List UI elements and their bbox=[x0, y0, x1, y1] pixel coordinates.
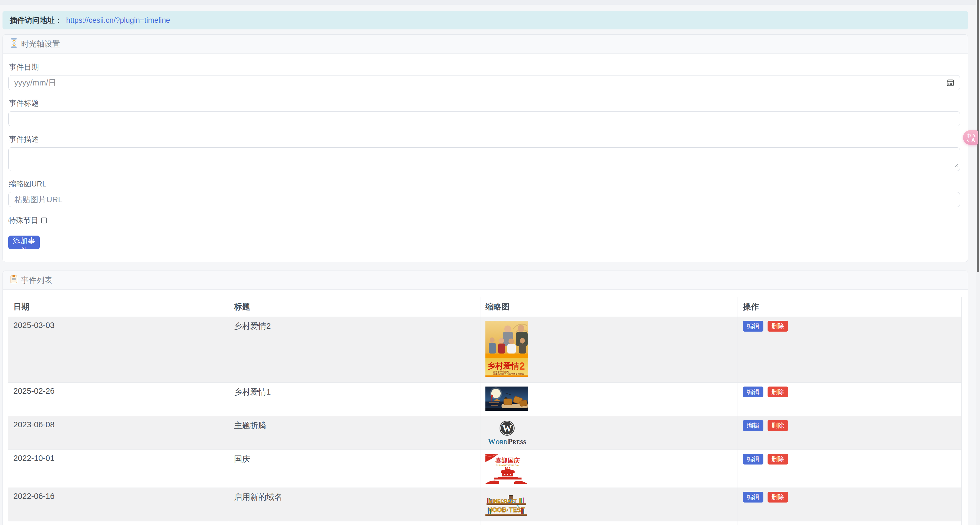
cell-actions: 编辑 删除 bbox=[738, 383, 962, 416]
svg-text:NOOB·TEST: NOOB·TEST bbox=[487, 506, 525, 514]
event-date-label: 事件日期 bbox=[9, 62, 960, 72]
event-table: 日期 标题 缩略图 操作 2025-03-03 乡村爱情2 bbox=[8, 297, 962, 525]
xiangcun-aiqing-2-poster: 乡村爱情 2 鼠年春节乐翻天 赵本山贺岁力作春节黄金档亮相 bbox=[485, 321, 528, 377]
scrollbar[interactable] bbox=[976, 0, 980, 525]
edit-button[interactable]: 编辑 bbox=[743, 420, 764, 431]
svg-text:CHINA NATIONAL DAY: CHINA NATIONAL DAY bbox=[496, 464, 520, 466]
table-row: 2025-02-26 乡村爱情1 bbox=[8, 383, 962, 416]
wordpress-logo: W WordPress bbox=[488, 420, 527, 446]
thumb-url-label: 缩略图URL bbox=[9, 179, 960, 189]
cell-title: 主题折腾 bbox=[229, 416, 480, 450]
special-day-label: 特殊节日 bbox=[8, 215, 38, 225]
svg-text:鼠年春节乐翻天: 鼠年春节乐翻天 bbox=[493, 370, 509, 373]
event-desc-textarea[interactable] bbox=[8, 148, 960, 171]
event-title-input[interactable] bbox=[8, 111, 960, 126]
col-header-actions: 操作 bbox=[738, 297, 962, 317]
resize-handle-icon[interactable] bbox=[955, 163, 959, 168]
svg-text:2: 2 bbox=[519, 360, 525, 372]
cell-title: 乡村爱情1 bbox=[229, 383, 480, 416]
event-list-card: 事件列表 日期 标题 缩略图 操作 2025-03-03 bbox=[3, 271, 968, 525]
cell-thumbnail bbox=[480, 383, 738, 416]
plugin-url-banner: 插件访问地址： https://cesii.cn/?plugin=timelin… bbox=[3, 11, 968, 29]
cell-thumbnail: W WordPress bbox=[480, 416, 738, 450]
minecraft-bookshelf-banner: MINECRAFT NOOB·TEST bbox=[485, 494, 527, 517]
special-day-checkbox[interactable] bbox=[41, 217, 47, 224]
calendar-icon[interactable] bbox=[946, 79, 955, 88]
settings-card-header: 时光轴设置 bbox=[3, 35, 968, 54]
table-header-row: 日期 标题 缩略图 操作 bbox=[8, 297, 962, 317]
svg-text:喜迎国庆: 喜迎国庆 bbox=[495, 457, 520, 464]
settings-card-title: 时光轴设置 bbox=[21, 39, 60, 49]
delete-button[interactable]: 删除 bbox=[768, 492, 788, 503]
cell-actions: 编辑 删除 bbox=[738, 450, 962, 488]
translate-fab[interactable]: 中 A bbox=[963, 130, 978, 145]
cell-date: 2025-02-26 bbox=[8, 383, 229, 416]
svg-text:MINECRAFT: MINECRAFT bbox=[489, 499, 517, 504]
cell-actions: 编辑 删除 bbox=[738, 522, 962, 525]
cell-date: 2022-06-16 bbox=[8, 488, 229, 522]
col-header-thumbnail: 缩略图 bbox=[480, 297, 738, 317]
event-date-input[interactable] bbox=[8, 75, 960, 90]
timeline-settings-card: 时光轴设置 事件日期 事件标题 事件描述 bbox=[3, 35, 968, 262]
cell-title: 国庆 bbox=[229, 450, 480, 488]
svg-text:赵本山贺岁力作春节黄金档亮相: 赵本山贺岁力作春节黄金档亮相 bbox=[493, 373, 524, 376]
svg-text:WordPress: WordPress bbox=[488, 437, 526, 446]
cell-thumbnail: 乡村爱情 2 鼠年春节乐翻天 赵本山贺岁力作春节黄金档亮相 bbox=[480, 317, 738, 383]
cell-actions: 编辑 删除 bbox=[738, 317, 962, 383]
cell-actions: 编辑 删除 bbox=[738, 488, 962, 522]
mid-autumn-mooncake-photo bbox=[485, 387, 528, 411]
event-table-wrap: 日期 标题 缩略图 操作 2025-03-03 乡村爱情2 bbox=[3, 290, 968, 525]
event-desc-label: 事件描述 bbox=[9, 134, 960, 144]
table-row: 2022-06-16 启用新的域名 bbox=[8, 488, 962, 522]
delete-button[interactable]: 删除 bbox=[768, 387, 788, 397]
cell-actions: 编辑 删除 bbox=[738, 416, 962, 450]
cell-date: 2023-06-08 bbox=[8, 416, 229, 450]
cell-title: 启用新的域名 bbox=[229, 488, 480, 522]
add-event-button[interactable]: 添加事件 bbox=[8, 236, 40, 249]
cell-thumbnail: 喜迎国庆 CHINA NATIONAL DAY 10.1 bbox=[480, 450, 738, 488]
thumb-url-input[interactable] bbox=[8, 192, 960, 207]
list-card-header: 事件列表 bbox=[3, 271, 968, 290]
delete-button[interactable]: 删除 bbox=[768, 321, 788, 331]
cell-title: 乡村爱情2 bbox=[229, 317, 480, 383]
svg-text:乡村爱情: 乡村爱情 bbox=[487, 361, 519, 370]
plugin-url-label: 插件访问地址： bbox=[10, 15, 62, 25]
edit-button[interactable]: 编辑 bbox=[743, 454, 764, 465]
table-row: 2023-06-08 主题折腾 W WordPress bbox=[8, 416, 962, 450]
cell-date: 2025-03-03 bbox=[8, 317, 229, 383]
cell-date: 2022-10-01 bbox=[8, 450, 229, 488]
translate-icon: 中 A bbox=[966, 133, 976, 143]
cell-thumbnail: MINECRAFT NOOB·TEST bbox=[480, 488, 738, 522]
table-row: 2025-03-03 乡村爱情2 bbox=[8, 317, 962, 383]
edit-button[interactable]: 编辑 bbox=[743, 492, 764, 503]
settings-card-body: 事件日期 事件标题 事件描述 bbox=[3, 62, 968, 262]
table-row: 2019-10-26 网站架构变更 bbox=[8, 522, 962, 525]
event-title-label: 事件标题 bbox=[9, 98, 960, 108]
china-national-day-graphic: 喜迎国庆 CHINA NATIONAL DAY 10.1 bbox=[485, 454, 527, 484]
window-top-band bbox=[0, 0, 980, 5]
svg-text:W: W bbox=[502, 423, 512, 433]
edit-button[interactable]: 编辑 bbox=[743, 387, 764, 397]
col-header-title: 标题 bbox=[229, 297, 480, 317]
svg-text:A: A bbox=[971, 137, 975, 143]
table-row: 2022-10-01 国庆 喜迎国庆 CHINA NATIONAL DAY 10… bbox=[8, 450, 962, 488]
cell-thumbnail: typecho bbox=[480, 522, 738, 525]
delete-button[interactable]: 删除 bbox=[768, 454, 788, 465]
col-header-date: 日期 bbox=[8, 297, 229, 317]
clipboard-icon bbox=[10, 275, 18, 285]
cell-title: 网站架构变更 bbox=[229, 522, 480, 525]
delete-button[interactable]: 删除 bbox=[768, 420, 788, 431]
svg-text:中: 中 bbox=[967, 133, 971, 138]
page-content: 插件访问地址： https://cesii.cn/?plugin=timelin… bbox=[3, 11, 968, 525]
cell-date: 2019-10-26 bbox=[8, 522, 229, 525]
list-card-title: 事件列表 bbox=[21, 275, 52, 285]
edit-button[interactable]: 编辑 bbox=[743, 321, 764, 331]
plugin-url-link[interactable]: https://cesii.cn/?plugin=timeline bbox=[66, 16, 170, 25]
hourglass-icon bbox=[10, 38, 18, 50]
